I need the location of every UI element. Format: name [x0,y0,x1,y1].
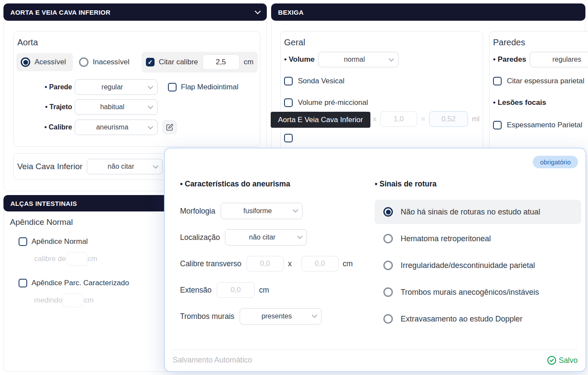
chevron-down-icon [148,104,153,109]
lesoes-focais-label: • Lesões focais [493,98,546,107]
volume-label: • Volume [284,55,315,64]
panel-title: ALÇAS INTESTINAIS [10,200,77,207]
rotura-option-2[interactable]: Irregularidade/descontinuidade parietal [375,253,581,277]
aneurysm-modal: obrigatório • Características do aneuris… [164,148,586,372]
footer-divider [173,350,578,350]
panel-header-bexiga[interactable]: BEXIGA [271,3,585,21]
paredes-title: Paredes [490,32,588,47]
espessamento-group[interactable]: Espessamento Parietal [493,121,588,129]
parede-select[interactable]: regular [75,79,158,95]
radio-unselected[interactable] [383,234,393,243]
paredes-select[interactable]: regulares [530,52,588,67]
localizacao-select[interactable]: não citar [225,229,307,246]
radio-option-acessivel[interactable]: Acessível [16,53,73,71]
radio-unselected[interactable] [383,261,393,270]
dim3-input[interactable] [380,111,417,127]
panel-header-aorta[interactable]: AORTA E VEIA CAVA INFERIOR [3,3,267,21]
cite-caliber-group: ✓ Citar calibre cm [142,52,258,72]
aorta-card-title: Aorta [14,32,260,47]
paredes-card: Paredes • Paredes regulares Citar espess… [489,31,588,156]
calibre-transverso-label: Calibre transverso [180,259,241,268]
localizacao-label: Localização [180,233,220,242]
flap-checkbox[interactable] [168,83,177,91]
trombos-murais-label: Trombos murais [180,312,234,321]
apendice-calibre-input[interactable] [66,252,87,266]
cite-caliber-input[interactable] [202,54,240,70]
required-badge: obrigatório [533,156,578,168]
volume-select[interactable]: normal [318,52,398,67]
calibre-select[interactable]: aneurisma [75,120,158,135]
radio-option-inacessivel[interactable]: Inacessível [79,57,130,67]
tooltip: Aorta E Veia Cava Inferior [271,112,370,128]
geral-title: Geral [281,32,483,47]
citar-espessura-checkbox[interactable] [493,77,502,85]
partial-checkbox[interactable] [284,134,293,142]
radio-unselected[interactable] [383,314,393,324]
calibre-transverso-input-1[interactable] [247,256,284,271]
radio-unselected[interactable] [79,57,89,67]
radio-unselected[interactable] [383,287,393,297]
edit-icon [166,123,174,131]
field-label-parede: • Parede [14,83,72,91]
radio-selected[interactable] [21,57,30,67]
saved-status: Salvo [547,356,578,365]
rotura-option-1[interactable]: Hematoma retroperitoneal [375,227,581,251]
radio-selected[interactable] [383,207,393,217]
field-label-calibre: • Calibre [14,123,72,131]
calibre-de-label: calibre de [34,255,66,263]
volume-pre-miccional-group[interactable]: Volume pré-miccional [284,98,483,107]
vci-select[interactable]: não citar [87,159,163,174]
chevron-down-icon [293,207,298,213]
calibre-transverso-input-2[interactable] [301,256,338,271]
check-circle-icon [547,356,556,365]
flap-checkbox-group[interactable]: Flap Mediointimal [168,83,238,91]
section-title-sinais: • Sinais de rotura [375,180,581,189]
trombos-murais-select[interactable]: presentes [240,308,322,325]
extensao-input[interactable] [217,282,255,298]
morfologia-select[interactable]: fusiforme [221,203,303,219]
chevron-down-icon[interactable] [255,8,261,14]
cite-caliber-checkbox[interactable]: ✓ [146,58,155,66]
rotura-option-3[interactable]: Trombos murais anecogênicos/instáveis [375,280,581,304]
field-label-trajeto: • Trajeto [14,103,72,111]
vci-label: Veia Cava Inferior [17,162,82,171]
geral-card: Geral • Volume normal Sonda Vesical Volu… [280,31,483,156]
citar-espessura-group[interactable]: Citar espessura parietal [493,77,588,85]
chevron-down-icon [312,312,317,318]
sonda-vesical-checkbox[interactable] [284,77,293,85]
apendice-normal-checkbox[interactable] [19,237,27,246]
panel-title: BEXIGA [278,9,303,16]
sonda-vesical-group[interactable]: Sonda Vesical [284,77,483,85]
edit-button[interactable] [163,120,177,134]
rotura-option-0[interactable]: Não há sinais de roturas no estudo atual [375,200,581,224]
chevron-down-icon [148,124,153,129]
autosave-status: Salvamento Automático [173,356,252,365]
check-icon: ✓ [148,59,153,65]
medindo-label: medindo [34,296,62,305]
paredes-label: • Paredes [493,55,526,64]
screen: AORTA E VEIA CAVA INFERIOR Aorta Acessív… [0,0,588,375]
volume-pre-miccional-checkbox[interactable] [284,98,293,107]
chevron-down-icon [148,84,153,89]
tooltip-text: Aorta E Veia Cava Inferior [278,116,363,124]
panel-title: AORTA E VEIA CAVA INFERIOR [10,9,111,16]
apendice-parc-checkbox[interactable] [19,279,27,287]
extensao-label: Extensão [180,286,212,295]
morfologia-label: Morfologia [180,207,215,216]
trajeto-select[interactable]: habitual [75,99,158,115]
chevron-down-icon [153,163,158,169]
chevron-down-icon [297,233,303,239]
volume-result-field [429,111,468,127]
section-title-caracteristicas: • Características do aneurisma [180,180,358,189]
espessamento-checkbox[interactable] [493,121,502,129]
apendice-medindo-input[interactable] [63,293,83,307]
aorta-card: Aorta Acessível Inacessível ✓ Citar cali… [13,31,260,147]
rotura-option-4[interactable]: Extravasamento ao estudo Doppler [375,307,581,331]
chevron-down-icon [389,56,394,62]
